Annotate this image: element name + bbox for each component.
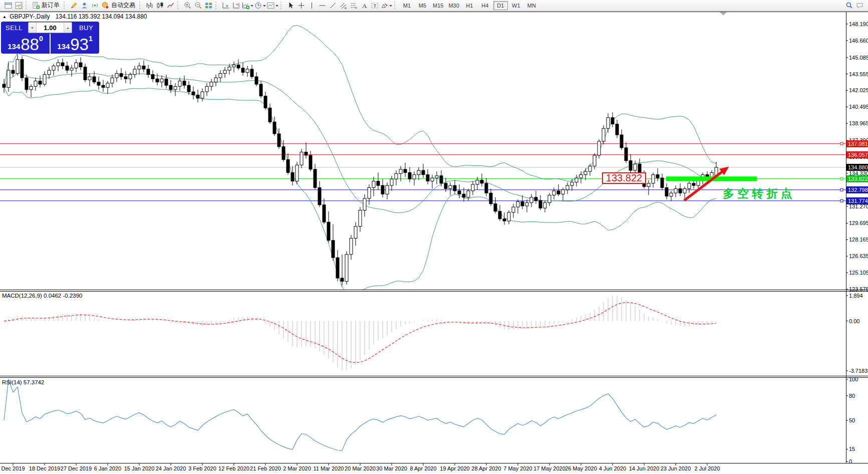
ask-price[interactable]: 134 93 1 [50,34,99,54]
toolbar-separator [139,2,142,9]
date-label: 17 May 2020 [533,465,565,471]
bar-chart-icon[interactable] [144,1,155,10]
vertical-line-icon[interactable] [307,1,317,10]
timeframe-h1[interactable]: H1 [462,1,477,10]
bid-sup-digit: 0 [39,35,43,43]
candlestick-chart-icon[interactable] [155,1,165,10]
timeframe-d1[interactable]: D1 [493,1,508,10]
rsi-tick: 0 [849,458,852,464]
symbol-period-label: GBPJPY-,Daily [10,13,50,20]
volume-down-icon[interactable]: ▼ [29,23,37,33]
indicators-icon[interactable] [241,1,254,10]
trendline-icon[interactable] [328,1,338,10]
rsi-tick: 100 [849,376,858,382]
date-label: 26 May 2020 [565,465,597,471]
macd-pane [4,296,716,371]
annotation-note-text[interactable]: 多空转折点 [723,186,795,201]
ohlc-values: 134.116 135.392 134.094 134.880 [56,13,147,20]
macd-tick: -3.7183 [849,368,867,374]
svg-text:E: E [345,6,347,9]
auto-scroll-icon[interactable] [220,1,231,10]
sell-button[interactable]: SELL [1,22,27,34]
date-label: 4 Jun 2020 [599,465,626,471]
price-tag-134.880: 134.880 [846,164,868,171]
search-icon[interactable] [844,1,854,10]
chart-preview-icon[interactable] [14,1,24,10]
bollinger-bands [4,26,716,294]
volume-up-icon[interactable]: ▲ [64,23,72,33]
collapse-panel-icon[interactable]: ▲ [3,15,7,19]
rsi-tick: 80 [849,393,855,399]
fibonacci-icon[interactable]: F [349,1,359,10]
main-price-pane [0,26,846,294]
zoom-in-icon[interactable] [182,1,193,10]
signals-icon[interactable] [90,1,100,10]
shapes-icon[interactable] [380,1,393,10]
toolbar-separator [394,2,397,9]
macd-tick: 0.00 [849,318,859,324]
timeframe-m1[interactable]: M1 [400,1,414,10]
periods-icon[interactable] [254,1,266,10]
zoom-out-icon[interactable] [193,1,203,10]
timeframe-m15[interactable]: M15 [431,1,445,10]
timeframe-mn[interactable]: MN [524,1,539,10]
price-tick: 129.695 [849,220,868,226]
bid-big-digits: 88 [21,38,39,52]
date-label: 12 Feb 2020 [218,465,249,471]
date-label: 2 Jul 2020 [695,465,720,471]
svg-text:T: T [374,3,377,8]
line-chart-icon[interactable] [165,1,176,10]
text-label-icon[interactable]: T [370,1,380,10]
chart-shift-icon[interactable] [231,1,241,10]
price-tag-137.081: 137.081 [846,140,868,147]
text-icon[interactable]: A [359,1,370,10]
price-tick: 125.105 [849,270,868,276]
ask-prefix: 134 [57,42,70,52]
main-toolbar: 新订单自动交易EFATM1M5M15M30H1H4D1W1MN [0,0,868,11]
price-tag-132.798: 132.798 [846,186,868,193]
chart-canvas[interactable] [0,0,868,474]
rsi-pane [4,379,716,450]
new-order-label[interactable]: 新订单 [41,1,62,10]
timeframe-m30[interactable]: M30 [446,1,461,10]
date-label: 21 Feb 2020 [250,465,281,471]
one-click-trading-panel: SELL ▼ ▲ BUY 134 88 0 134 93 1 [1,22,99,54]
community-icon[interactable] [79,1,90,10]
autotrading-icon[interactable] [100,1,111,10]
buy-button[interactable]: BUY [73,22,99,34]
volume-input[interactable] [37,23,64,33]
metaeditor-icon[interactable] [69,1,79,10]
date-label: 8 Apr 2020 [410,465,436,471]
price-tick: 142.025 [849,87,868,93]
chat-icon[interactable] [854,1,865,10]
price-tick: 128.165 [849,236,868,243]
tile-windows-icon[interactable] [203,1,214,10]
toolbar-separator [177,2,180,9]
window-icon[interactable] [3,1,14,10]
horizontal-line-icon[interactable] [317,1,328,10]
timeframe-m5[interactable]: M5 [415,1,430,10]
new-order-icon[interactable] [31,1,41,10]
price-tag-131.774: 131.774 [846,197,868,204]
price-callout-label[interactable]: 133.822 [602,172,646,184]
cursor-icon[interactable] [285,1,296,10]
price-tick: 126.635 [849,253,868,259]
price-tick: 123.575 [849,286,868,292]
templates-icon[interactable] [266,1,279,10]
chart-shift-marker-icon [720,12,727,16]
autotrading-label[interactable]: 自动交易 [111,1,138,10]
price-tick: 140.495 [849,104,868,110]
date-label: 11 Mar 2020 [314,465,344,471]
crosshair-icon[interactable] [296,1,307,10]
timeframe-h4[interactable]: H4 [478,1,492,10]
price-tick: 138.965 [849,120,868,126]
date-label: 19 Apr 2020 [440,465,469,471]
bid-prefix: 134 [8,42,20,52]
date-label: 23 Jun 2020 [661,465,691,471]
date-label: 7 May 2020 [503,465,532,471]
chart-title: ▲ GBPJPY-,Daily 134.116 135.392 134.094 … [3,13,147,20]
timeframe-w1[interactable]: W1 [509,1,523,10]
bid-price[interactable]: 134 88 0 [1,34,50,54]
date-label: 14 Jun 2020 [629,465,660,471]
channel-icon[interactable]: E [338,1,349,10]
